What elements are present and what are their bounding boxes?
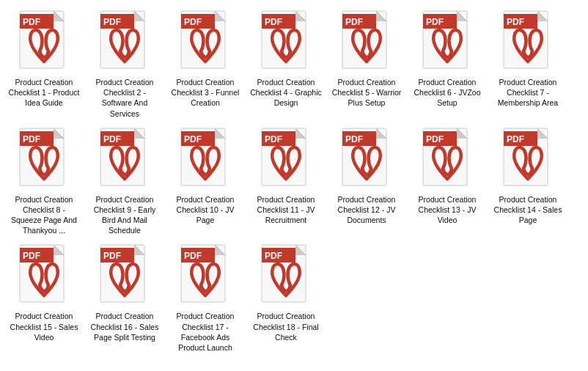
pdf-icon-3: PDF bbox=[179, 10, 232, 73]
pdf-icon-18: PDF bbox=[260, 244, 312, 307]
pdf-icon-15: PDF bbox=[18, 244, 70, 307]
pdf-icon-13: PDF bbox=[421, 128, 474, 191]
pdf-label-3: Product Creation Checklist 3 - Funnel Cr… bbox=[169, 77, 242, 109]
svg-text:PDF: PDF bbox=[184, 17, 202, 27]
svg-text:PDF: PDF bbox=[426, 134, 444, 144]
pdf-label-15: Product Creation Checklist 15 - Sales Vi… bbox=[7, 311, 81, 342]
pdf-label-11: Product Creation Checklist 11 - JV Recru… bbox=[249, 194, 323, 226]
pdf-label-2: Product Creation Checklist 2 - Software … bbox=[88, 77, 161, 119]
svg-text:PDF: PDF bbox=[265, 17, 282, 27]
pdf-icon-16: PDF bbox=[98, 244, 151, 307]
pdf-grid: PDF Product Creation Checklist 1 - Produ… bbox=[6, 7, 582, 356]
pdf-item-3[interactable]: PDF Product Creation Checklist 3 - Funne… bbox=[167, 7, 243, 122]
pdf-item-13[interactable]: PDF Product Creation Checklist 13 - JV V… bbox=[409, 125, 485, 239]
pdf-item-7[interactable]: PDF Product Creation Checklist 7 - Membe… bbox=[490, 7, 566, 122]
pdf-label-9: Product Creation Checklist 9 - Early Bir… bbox=[88, 194, 161, 236]
pdf-item-10[interactable]: PDF Product Creation Checklist 10 - JV P… bbox=[167, 125, 243, 239]
pdf-item-5[interactable]: PDF Product Creation Checklist 5 - Warri… bbox=[328, 7, 405, 122]
svg-text:PDF: PDF bbox=[23, 17, 40, 27]
pdf-item-6[interactable]: PDF Product Creation Checklist 6 - JVZoo… bbox=[409, 7, 485, 122]
pdf-item-12[interactable]: PDF Product Creation Checklist 12 - JV D… bbox=[328, 125, 405, 239]
pdf-icon-6: PDF bbox=[421, 10, 474, 73]
pdf-item-15[interactable]: PDF Product Creation Checklist 15 - Sale… bbox=[6, 241, 82, 356]
pdf-icon-11: PDF bbox=[260, 128, 312, 191]
pdf-icon-8: PDF bbox=[18, 128, 70, 191]
pdf-icon-5: PDF bbox=[340, 10, 393, 73]
pdf-item-17[interactable]: PDF Product Creation Checklist 17 - Face… bbox=[167, 241, 243, 356]
pdf-icon-4: PDF bbox=[260, 10, 312, 73]
pdf-item-2[interactable]: PDF Product Creation Checklist 2 - Softw… bbox=[87, 7, 163, 122]
svg-text:PDF: PDF bbox=[345, 17, 363, 27]
pdf-item-18[interactable]: PDF Product Creation Checklist 18 - Fina… bbox=[248, 241, 324, 356]
pdf-label-5: Product Creation Checklist 5 - Warrior P… bbox=[330, 77, 403, 109]
pdf-label-18: Product Creation Checklist 18 - Final Ch… bbox=[249, 311, 323, 342]
pdf-item-9[interactable]: PDF Product Creation Checklist 9 - Early… bbox=[87, 125, 163, 239]
pdf-icon-1: PDF bbox=[18, 10, 70, 73]
pdf-label-16: Product Creation Checklist 16 - Sales Pa… bbox=[88, 311, 161, 342]
pdf-label-10: Product Creation Checklist 10 - JV Page bbox=[169, 194, 242, 226]
pdf-label-7: Product Creation Checklist 7 - Membershi… bbox=[491, 77, 565, 109]
pdf-label-13: Product Creation Checklist 13 - JV Video bbox=[411, 194, 484, 226]
pdf-item-4[interactable]: PDF Product Creation Checklist 4 - Graph… bbox=[248, 7, 324, 122]
svg-text:PDF: PDF bbox=[426, 17, 444, 27]
pdf-icon-2: PDF bbox=[98, 10, 151, 73]
svg-text:PDF: PDF bbox=[23, 251, 40, 261]
pdf-label-12: Product Creation Checklist 12 - JV Docum… bbox=[330, 194, 403, 226]
pdf-item-16[interactable]: PDF Product Creation Checklist 16 - Sale… bbox=[87, 241, 163, 356]
pdf-item-11[interactable]: PDF Product Creation Checklist 11 - JV R… bbox=[248, 125, 324, 239]
pdf-label-4: Product Creation Checklist 4 - Graphic D… bbox=[249, 77, 323, 109]
pdf-icon-12: PDF bbox=[340, 128, 393, 191]
svg-text:PDF: PDF bbox=[265, 134, 282, 144]
pdf-label-17: Product Creation Checklist 17 - Facebook… bbox=[169, 311, 242, 353]
pdf-item-1[interactable]: PDF Product Creation Checklist 1 - Produ… bbox=[6, 7, 82, 122]
svg-text:PDF: PDF bbox=[345, 134, 363, 144]
svg-text:PDF: PDF bbox=[103, 17, 121, 27]
pdf-icon-9: PDF bbox=[98, 128, 151, 191]
svg-text:PDF: PDF bbox=[507, 134, 524, 144]
pdf-label-1: Product Creation Checklist 1 - Product I… bbox=[7, 77, 81, 109]
svg-text:PDF: PDF bbox=[184, 251, 202, 261]
svg-text:PDF: PDF bbox=[103, 134, 121, 144]
svg-text:PDF: PDF bbox=[507, 17, 524, 27]
pdf-label-8: Product Creation Checklist 8 - Squeeze P… bbox=[7, 194, 81, 236]
pdf-label-6: Product Creation Checklist 6 - JVZoo Set… bbox=[411, 77, 484, 109]
pdf-icon-10: PDF bbox=[179, 128, 232, 191]
svg-text:PDF: PDF bbox=[265, 251, 282, 261]
svg-text:PDF: PDF bbox=[103, 251, 121, 261]
pdf-item-14[interactable]: PDF Product Creation Checklist 14 - Sale… bbox=[490, 125, 566, 239]
pdf-icon-7: PDF bbox=[501, 10, 554, 73]
pdf-label-14: Product Creation Checklist 14 - Sales Pa… bbox=[491, 194, 565, 226]
pdf-icon-14: PDF bbox=[501, 128, 554, 191]
svg-text:PDF: PDF bbox=[184, 134, 202, 144]
pdf-icon-17: PDF bbox=[179, 244, 232, 307]
pdf-item-8[interactable]: PDF Product Creation Checklist 8 - Squee… bbox=[6, 125, 82, 239]
svg-text:PDF: PDF bbox=[23, 134, 40, 144]
